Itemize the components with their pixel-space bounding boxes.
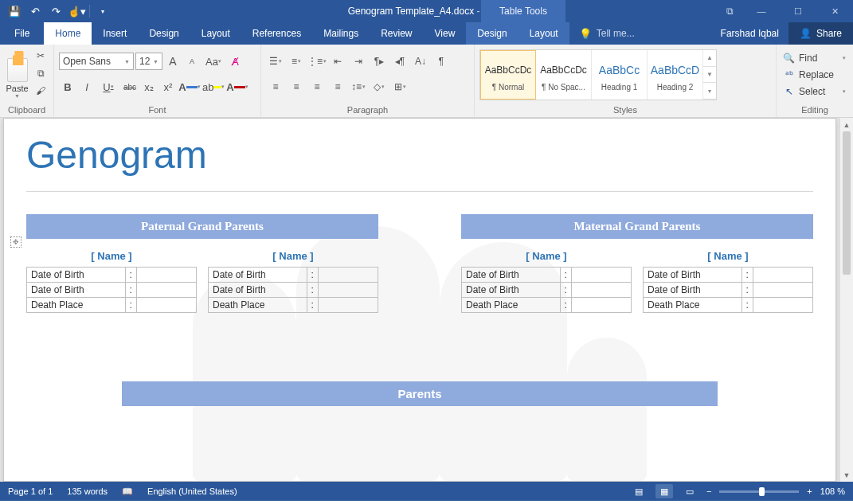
- tab-layout[interactable]: Layout: [190, 22, 241, 45]
- field-value[interactable]: [753, 268, 812, 283]
- field-label[interactable]: Death Place: [644, 298, 742, 313]
- account-name[interactable]: Farshad Iqbal: [711, 22, 788, 45]
- increase-indent-icon[interactable]: ⇥: [349, 53, 368, 70]
- bullets-icon[interactable]: ☰▾: [266, 53, 285, 70]
- redo-icon[interactable]: ↷: [46, 2, 65, 21]
- close-button[interactable]: ✕: [816, 0, 853, 22]
- read-mode-icon[interactable]: ▤: [630, 484, 648, 498]
- font-size-select[interactable]: 12▼: [135, 53, 162, 70]
- numbering-icon[interactable]: ≡▾: [287, 53, 306, 70]
- table-row[interactable]: Date of Birth:: [644, 283, 813, 298]
- slider-handle[interactable]: [759, 487, 765, 496]
- section-header[interactable]: Paternal Grand Parents: [26, 214, 378, 239]
- tab-design[interactable]: Design: [138, 22, 190, 45]
- card-name[interactable]: [ Name ]: [208, 247, 378, 267]
- replace-button[interactable]: ᵃᵇReplace: [781, 66, 848, 83]
- tab-insert[interactable]: Insert: [92, 22, 138, 45]
- document-heading[interactable]: Genogram: [26, 133, 813, 177]
- tab-mailings[interactable]: Mailings: [312, 22, 370, 45]
- shading-icon[interactable]: ◇▾: [370, 78, 389, 96]
- tab-file[interactable]: File: [0, 22, 44, 45]
- select-button[interactable]: ↖Select▾: [781, 83, 848, 100]
- align-left-icon[interactable]: ≡: [266, 78, 285, 96]
- field-value[interactable]: [571, 268, 631, 283]
- field-label[interactable]: Date of Birth: [644, 268, 742, 283]
- styles-gallery[interactable]: AaBbCcDc¶ NormalAaBbCcDc¶ No Spac...AaBb…: [479, 49, 717, 100]
- details-table[interactable]: Date of Birth:Date of Birth:Death Place:: [461, 267, 632, 313]
- show-marks-icon[interactable]: ¶: [432, 53, 451, 70]
- tab-references[interactable]: References: [241, 22, 312, 45]
- grow-font-icon[interactable]: A: [164, 53, 182, 70]
- field-value[interactable]: [318, 268, 378, 283]
- field-label[interactable]: Date of Birth: [27, 268, 126, 283]
- rtl-icon[interactable]: ◂¶: [390, 53, 409, 70]
- person-card[interactable]: [ Name ]Date of Birth:Date of Birth:Deat…: [461, 247, 632, 313]
- person-card[interactable]: [ Name ]Date of Birth:Date of Birth:Deat…: [208, 247, 378, 313]
- field-label[interactable]: Date of Birth: [462, 268, 561, 283]
- details-table[interactable]: Date of Birth:Date of Birth:Death Place:: [26, 267, 197, 313]
- tab-home[interactable]: Home: [44, 22, 92, 45]
- align-center-icon[interactable]: ≡: [287, 78, 306, 96]
- underline-button[interactable]: U▾: [97, 78, 119, 96]
- scroll-up-icon[interactable]: ▲: [840, 118, 853, 131]
- line-spacing-icon[interactable]: ↕≡▾: [349, 78, 368, 96]
- sort-icon[interactable]: A↓: [411, 53, 430, 70]
- field-value[interactable]: [753, 298, 812, 313]
- card-name[interactable]: [ Name ]: [461, 247, 632, 267]
- justify-icon[interactable]: ≡: [328, 78, 347, 96]
- language-indicator[interactable]: English (United States): [147, 486, 237, 496]
- word-count[interactable]: 135 words: [67, 486, 108, 496]
- web-layout-icon[interactable]: ▭: [681, 484, 698, 498]
- superscript-button[interactable]: x²: [159, 78, 177, 96]
- undo-icon[interactable]: ↶: [25, 2, 45, 21]
- font-name-select[interactable]: Open Sans▼: [59, 53, 134, 70]
- multilevel-icon[interactable]: ⋮≡▾: [307, 53, 327, 70]
- field-value[interactable]: [571, 298, 631, 313]
- ltr-icon[interactable]: ¶▸: [370, 53, 389, 70]
- scrollbar-thumb[interactable]: [843, 131, 851, 275]
- table-row[interactable]: Death Place:: [209, 298, 378, 313]
- strikethrough-button[interactable]: abc: [121, 78, 139, 96]
- field-label[interactable]: Death Place: [209, 298, 307, 313]
- touch-mode-icon[interactable]: ☝▾: [67, 2, 86, 21]
- document-page[interactable]: Genogram ✥ Paternal Grand Parents[ Name …: [3, 118, 836, 482]
- style-item[interactable]: AaBbCcDc¶ Normal: [480, 50, 536, 100]
- details-table[interactable]: Date of Birth:Date of Birth:Death Place:: [643, 267, 813, 313]
- table-row[interactable]: Date of Birth:: [27, 268, 197, 283]
- decrease-indent-icon[interactable]: ⇤: [328, 53, 347, 70]
- bold-button[interactable]: B: [59, 78, 76, 96]
- style-item[interactable]: AaBbCcDHeading 2: [648, 50, 703, 100]
- proofing-icon[interactable]: 📖: [122, 486, 133, 497]
- parents-header[interactable]: Parents: [122, 381, 718, 406]
- table-row[interactable]: Date of Birth:: [209, 283, 378, 298]
- subscript-button[interactable]: x₂: [140, 78, 158, 96]
- field-label[interactable]: Death Place: [462, 298, 561, 313]
- field-value[interactable]: [136, 268, 196, 283]
- tab-table-design[interactable]: Design: [466, 22, 518, 45]
- field-value[interactable]: [136, 283, 196, 298]
- highlight-button[interactable]: ab▾: [202, 78, 225, 96]
- tab-table-layout[interactable]: Layout: [518, 22, 569, 45]
- page-indicator[interactable]: Page 1 of 1: [8, 486, 53, 496]
- share-button[interactable]: 👤 Share: [788, 22, 853, 45]
- table-anchor-icon[interactable]: ✥: [10, 236, 22, 248]
- table-row[interactable]: Date of Birth:: [209, 268, 378, 283]
- zoom-out-icon[interactable]: −: [706, 486, 711, 496]
- field-value[interactable]: [318, 298, 378, 313]
- paste-button[interactable]: Paste ▼: [5, 48, 29, 99]
- scroll-down-icon[interactable]: ▼: [703, 67, 716, 84]
- shrink-font-icon[interactable]: A: [183, 53, 201, 70]
- format-painter-icon[interactable]: 🖌: [33, 83, 49, 99]
- save-icon[interactable]: 💾: [5, 2, 24, 21]
- clear-formatting-icon[interactable]: A̸: [226, 53, 244, 70]
- text-effects-button[interactable]: A▾: [178, 78, 201, 96]
- table-row[interactable]: Date of Birth:: [462, 283, 632, 298]
- details-table[interactable]: Date of Birth:Date of Birth:Death Place:: [208, 267, 378, 313]
- find-button[interactable]: 🔍Find▾: [781, 49, 848, 66]
- card-name[interactable]: [ Name ]: [643, 247, 813, 267]
- field-label[interactable]: Date of Birth: [644, 283, 742, 298]
- field-value[interactable]: [136, 298, 196, 313]
- align-right-icon[interactable]: ≡: [307, 78, 327, 96]
- person-card[interactable]: [ Name ]Date of Birth:Date of Birth:Deat…: [26, 247, 197, 313]
- font-color-button[interactable]: A▾: [226, 78, 248, 96]
